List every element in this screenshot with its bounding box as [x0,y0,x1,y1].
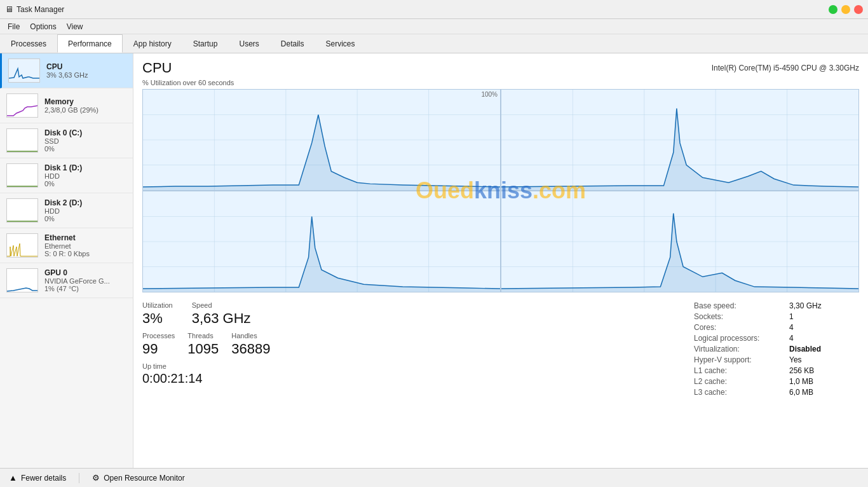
gpu0-thumbnail [6,268,38,292]
threads-block: Threads 1095 [187,332,219,357]
cpu-thumbnail [8,58,40,83]
l2-key: L2 cache: [694,377,789,386]
utilization-value: 3% [142,310,173,327]
gpu0-info: GPU 0 NVIDIA GeForce G... 1% (47 °C) [44,268,126,292]
disk1-thumbnail [6,163,38,188]
tab-processes[interactable]: Processes [0,34,57,53]
sidebar-item-disk0[interactable]: Disk 0 (C:) SSD 0% [0,123,133,158]
left-stats-panel: Utilization 3% Speed 3,63 GHz Processes … [142,301,694,399]
utilization-block: Utilization 3% [142,301,173,327]
sidebar-item-memory[interactable]: Memory 2,3/8,0 GB (29%) [0,88,133,123]
right-info-panel: Base speed: 3,30 GHz Sockets: 1 Cores: 4… [694,301,859,399]
disk2-sub1: HDD [44,207,126,215]
cpu-page-title: CPU [142,60,172,76]
app-title: Task Manager [17,5,825,14]
chart-100-label: 100% [481,91,498,98]
handles-label: Handles [231,332,270,340]
processes-block: Processes 99 [142,332,175,357]
memory-info: Memory 2,3/8,0 GB (29%) [44,97,126,114]
l3-val: 6,0 MB [789,388,813,397]
ethernet-label: Ethernet [44,233,126,242]
handles-value: 36889 [231,341,270,357]
menu-bar: File Options View [0,19,868,34]
gpu0-sub1: NVIDIA GeForce G... [44,277,126,285]
main-area: CPU 3% 3,63 GHz Memory 2,3/8,0 GB (29%) [0,53,868,468]
footer-divider [79,473,79,483]
l1-key: L1 cache: [694,366,789,375]
fewer-details-icon: ▲ [9,473,17,483]
maximize-button[interactable] [841,5,850,14]
disk0-thumbnail [6,128,38,153]
tab-performance[interactable]: Performance [57,34,123,53]
svg-rect-5 [7,234,38,257]
tab-users[interactable]: Users [228,34,269,53]
tab-details[interactable]: Details [270,34,315,53]
sidebar-item-gpu0[interactable]: GPU 0 NVIDIA GeForce G... 1% (47 °C) [0,263,133,298]
handles-block: Handles 36889 [231,332,270,357]
speed-block: Speed 3,63 GHz [192,301,251,327]
tab-startup[interactable]: Startup [182,34,229,53]
title-bar: 🖥 Task Manager [0,0,868,19]
chart-topleft: 100% [143,90,500,190]
info-virt: Virtualization: Disabled [694,345,859,353]
resource-monitor-icon: ⚙ [92,473,100,483]
processes-value: 99 [142,341,175,357]
svg-rect-2 [7,129,38,153]
ethernet-sub2: S: 0 R: 0 Kbps [44,250,126,257]
chart-bottomright [501,191,858,292]
speed-value: 3,63 GHz [192,310,251,327]
utilization-label: Utilization [142,301,173,309]
fewer-details-label: Fewer details [21,474,66,483]
logical-key: Logical processors: [694,334,789,343]
memory-sub: 2,3/8,0 GB (29%) [44,106,126,114]
info-base-speed: Base speed: 3,30 GHz [694,301,859,310]
sockets-key: Sockets: [694,312,789,321]
svg-marker-14 [143,115,500,191]
cores-val: 4 [789,323,794,332]
sidebar-item-disk2[interactable]: Disk 2 (D:) HDD 0% [0,193,133,228]
menu-view[interactable]: View [62,21,88,32]
memory-thumbnail [6,93,38,118]
disk1-sub2: 0% [44,180,126,188]
sidebar-item-disk1[interactable]: Disk 1 (D:) HDD 0% [0,158,133,193]
minimize-button[interactable] [829,5,837,14]
info-l2: L2 cache: 1,0 MB [694,377,859,386]
svg-rect-3 [7,164,38,188]
tab-services[interactable]: Services [315,34,366,53]
svg-rect-4 [7,199,38,223]
cpu-sub: 3% 3,63 GHz [46,71,126,79]
gpu0-sub2: 1% (47 °C) [44,285,126,292]
cpu-info: CPU 3% 3,63 GHz [46,62,126,79]
info-logical: Logical processors: 4 [694,334,859,343]
open-resource-monitor-button[interactable]: ⚙ Open Resource Monitor [92,473,184,483]
disk0-info: Disk 0 (C:) SSD 0% [44,128,126,153]
virt-val: Disabled [789,345,821,353]
processes-label: Processes [142,332,175,340]
close-button[interactable] [854,5,863,14]
svg-marker-22 [501,109,858,190]
ethernet-thumbnail [6,233,38,257]
speed-label: Speed [192,301,251,309]
menu-options[interactable]: Options [25,21,61,32]
memory-label: Memory [44,97,126,106]
virt-key: Virtualization: [694,345,789,353]
menu-file[interactable]: File [3,21,25,32]
disk0-sub2: 0% [44,145,126,153]
tab-apphistory[interactable]: App history [123,34,182,53]
app-icon: 🖥 [5,4,13,14]
charts-grid: Ouedkniss.com 100% [142,89,859,292]
uptime-value: 0:00:21:14 [142,371,694,386]
base-speed-key: Base speed: [694,301,789,310]
disk1-info: Disk 1 (D:) HDD 0% [44,163,126,188]
threads-value: 1095 [187,341,219,357]
ethernet-sub1: Ethernet [44,242,126,250]
threads-label: Threads [187,332,219,340]
fewer-details-button[interactable]: ▲ Fewer details [9,473,66,483]
util-label: % Utilization over 60 seconds [142,79,859,86]
sidebar-item-cpu[interactable]: CPU 3% 3,63 GHz [0,53,133,88]
l2-val: 1,0 MB [789,377,813,386]
disk2-label: Disk 2 (D:) [44,198,126,207]
sidebar-item-ethernet[interactable]: Ethernet Ethernet S: 0 R: 0 Kbps [0,228,133,263]
disk1-label: Disk 1 (D:) [44,163,126,172]
base-speed-val: 3,30 GHz [789,301,822,310]
